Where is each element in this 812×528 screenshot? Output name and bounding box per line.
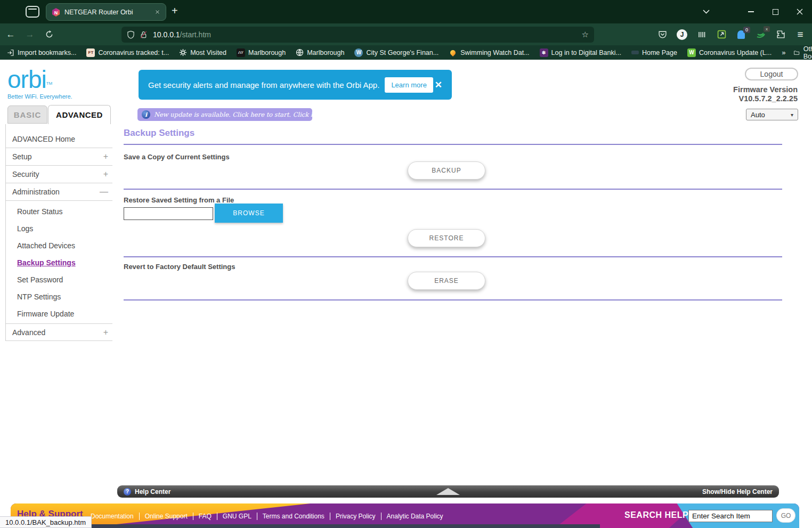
tab-title: NETGEAR Router Orbi	[64, 9, 155, 16]
expand-plus-icon[interactable]: +	[103, 328, 108, 337]
learn-more-button[interactable]: Learn more	[385, 77, 433, 93]
logo-tagline: Better WiFi. Everywhere.	[7, 93, 72, 100]
address-bar[interactable]: 10.0.0.1 /start.htm ☆	[121, 27, 594, 43]
reload-button-icon[interactable]	[40, 27, 58, 43]
menu-hamburger-icon[interactable]: ≡	[793, 27, 808, 42]
tab-advanced[interactable]: ADVANCED	[48, 105, 111, 124]
restore-button[interactable]: RESTORE	[408, 229, 485, 247]
footer-link-gnu-gpl[interactable]: GNU GPL	[217, 513, 257, 520]
logo-wordmark: orbi	[7, 66, 46, 93]
list-tabs-chevron-icon[interactable]	[694, 0, 718, 23]
gear-icon	[179, 48, 187, 56]
firmware-version-block: Firmware Version V10.5.7.2_2.2.25	[733, 85, 798, 104]
folder-icon	[794, 49, 799, 56]
forward-button-icon[interactable]: →	[21, 27, 38, 43]
expand-plus-icon[interactable]: +	[103, 152, 108, 161]
bookmark-swimming-watch[interactable]: Swimming Watch Dat...	[449, 49, 529, 56]
bookmark-ft[interactable]: FT Coronavirus tracked: t...	[86, 48, 169, 57]
collapse-minus-icon[interactable]: —	[100, 187, 108, 197]
browser-titlebar: N NETGEAR Router Orbi +	[0, 0, 812, 23]
separator	[124, 144, 782, 145]
expand-triangle-icon[interactable]	[436, 488, 460, 495]
screenshot-extension-icon[interactable]	[714, 27, 729, 42]
footer-link-terms[interactable]: Terms and Conditions	[257, 513, 330, 520]
footer-link-faq[interactable]: FAQ	[193, 513, 217, 520]
help-center-bar[interactable]: ? Help Center Show/Hide Help Center	[117, 485, 779, 498]
bookmarks-overflow-chevron-icon[interactable]: »	[782, 48, 785, 56]
firmware-label: Firmware Version	[733, 85, 798, 94]
ghostery-extension-icon[interactable]: 0	[734, 27, 749, 42]
search-help-input[interactable]	[688, 510, 773, 522]
tracking-shield-icon[interactable]	[127, 30, 135, 39]
page-title: Backup Settings	[124, 128, 782, 139]
bookmark-marlborough-2[interactable]: Marlborough	[296, 48, 344, 56]
bookmark-import[interactable]: Import bookmarks...	[6, 49, 76, 56]
footer-link-documentation[interactable]: Documentation	[85, 513, 139, 520]
banner-close-icon[interactable]: ✕	[435, 79, 442, 91]
other-bookmarks-button[interactable]: Other Bookmarks	[794, 45, 812, 60]
netgear-favicon-icon: N	[52, 8, 60, 17]
bookmark-most-visited[interactable]: Most Visited	[179, 48, 226, 56]
sidebar-item-router-status[interactable]: Router Status	[6, 203, 112, 220]
sidebar-item-advanced-home[interactable]: ADVANCED Home	[6, 131, 112, 148]
sidebar-item-advanced[interactable]: Advanced+	[6, 323, 112, 341]
bookmark-home-page[interactable]: Home Page	[631, 49, 677, 56]
bookmark-star-icon[interactable]: ☆	[582, 30, 589, 39]
firmware-version: V10.5.7.2_2.2.25	[733, 94, 798, 103]
firefox-view-icon[interactable]	[26, 6, 39, 18]
sidebar-item-backup-settings[interactable]: Backup Settings	[6, 254, 112, 271]
bookmark-label: Coronavirus Update (L...	[699, 49, 772, 56]
go-button[interactable]: GO	[776, 508, 795, 523]
sidebar-item-setup[interactable]: Setup+	[6, 148, 112, 166]
bookmark-label: Marlborough	[248, 49, 286, 56]
backup-button[interactable]: BACKUP	[408, 161, 485, 180]
expand-plus-icon[interactable]: +	[103, 169, 108, 179]
back-button-icon[interactable]: ←	[2, 27, 19, 43]
footer-link-privacy[interactable]: Privacy Policy	[330, 513, 381, 520]
banner-text: Get security alerts and manage from anyw…	[148, 80, 379, 90]
erase-button[interactable]: ERASE	[408, 272, 485, 290]
sidebar-item-firmware-update[interactable]: Firmware Update	[6, 305, 112, 322]
maximize-button[interactable]	[763, 0, 787, 23]
sidebar-item-ntp-settings[interactable]: NTP Settings	[6, 288, 112, 305]
close-window-button[interactable]	[787, 0, 812, 23]
bookmark-label: City St George's Finan...	[366, 49, 439, 56]
toolbar-extensions: J 0 x ≡	[655, 23, 808, 45]
bookmark-city-st-georges[interactable]: W City St George's Finan...	[354, 48, 439, 57]
separator	[124, 256, 782, 257]
sidebar-item-logs[interactable]: Logs	[6, 220, 112, 237]
sidebar-nav: ADVANCED Home Setup+ Security+ Administr…	[5, 124, 112, 341]
footer-link-online-support[interactable]: Online Support	[139, 513, 193, 520]
wordpress-icon: W	[354, 48, 363, 57]
tab-basic[interactable]: BASIC	[7, 105, 47, 124]
search-help-label: SEARCH HELP	[624, 510, 688, 520]
minimize-button[interactable]	[738, 0, 763, 23]
swoosh-extension-icon[interactable]: x	[753, 27, 768, 42]
show-hide-help-center[interactable]: Show/Hide Help Center	[702, 488, 773, 495]
sidebar-item-set-password[interactable]: Set Password	[6, 271, 112, 288]
new-tab-button[interactable]: +	[172, 5, 178, 17]
section-label-erase: Revert to Factory Default Settings	[124, 263, 236, 271]
profile-account-icon[interactable]: J	[675, 27, 689, 42]
browse-button[interactable]: BROWSE	[215, 204, 283, 223]
bookmark-label: Import bookmarks...	[18, 49, 76, 56]
bookmark-marlborough-1[interactable]: /// Marlborough	[237, 48, 286, 57]
update-notice-banner[interactable]: i New update is available. Click here to…	[137, 108, 312, 121]
extensions-puzzle-icon[interactable]	[773, 27, 788, 42]
tab-close-icon[interactable]	[155, 9, 160, 15]
bookmark-coronavirus-update[interactable]: W Coronavirus Update (L...	[687, 48, 772, 57]
bookmark-digital-banking[interactable]: ✽ Log in to Digital Banki...	[540, 48, 621, 57]
sidebar-item-administration[interactable]: Administration—	[6, 183, 112, 201]
separator	[124, 189, 782, 190]
insecure-lock-icon[interactable]	[140, 30, 148, 39]
orbi-logo: orbiTM Better WiFi. Everywhere.	[7, 67, 72, 100]
sidebar-item-attached-devices[interactable]: Attached Devices	[6, 237, 112, 254]
browser-tab[interactable]: N NETGEAR Router Orbi	[46, 3, 166, 21]
logout-button[interactable]: Logout	[745, 68, 798, 80]
pocket-icon[interactable]	[655, 27, 670, 42]
footer-link-analytic[interactable]: Analytic Data Policy	[381, 513, 449, 520]
firmware-mode-select[interactable]: Auto ▾	[746, 109, 798, 120]
sidebar-item-security[interactable]: Security+	[6, 166, 112, 183]
fence-extension-icon[interactable]	[694, 27, 709, 42]
restore-file-input[interactable]	[124, 207, 213, 220]
